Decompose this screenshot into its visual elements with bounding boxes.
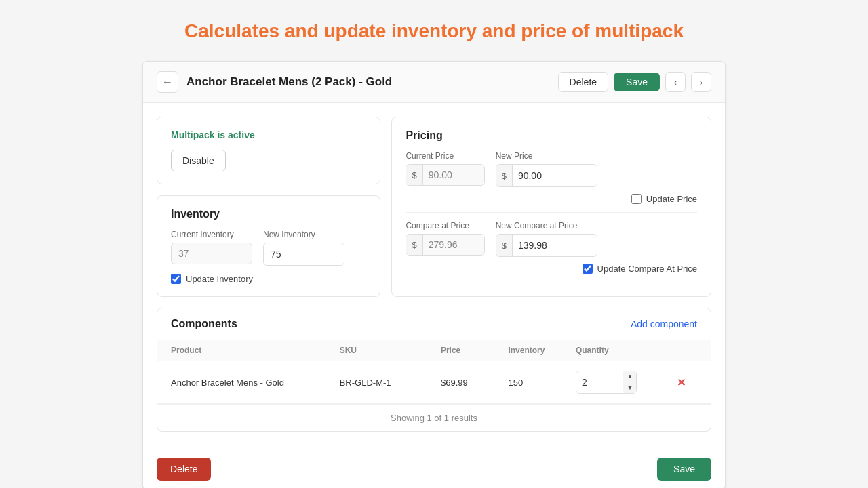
current-inventory-input: [171, 243, 252, 264]
current-inventory-label: Current Inventory: [171, 230, 252, 239]
new-price-spinner[interactable]: $ ▲ ▼: [496, 164, 597, 187]
add-component-link[interactable]: Add component: [631, 319, 697, 329]
update-price-label: Update Price: [646, 194, 697, 204]
new-compare-price-label: New Compare at Price: [496, 221, 597, 230]
prev-nav-button[interactable]: ‹: [665, 72, 686, 92]
quantity-spinner[interactable]: ▲ ▼: [576, 371, 637, 394]
header-actions: Delete Save ‹ ›: [558, 72, 711, 92]
new-compare-currency: $: [496, 235, 513, 256]
new-compare-price-group: New Compare at Price $ ▲ ▼: [496, 221, 597, 257]
update-price-row: Update Price: [406, 194, 697, 204]
current-price-label: Current Price: [406, 151, 484, 161]
multipack-status-value: active: [228, 129, 255, 140]
row-price: $69.99: [441, 378, 508, 388]
row-product: Anchor Bracelet Mens - Gold: [171, 378, 340, 388]
new-inventory-spinner[interactable]: ▲ ▼: [263, 243, 344, 266]
quantity-input[interactable]: [576, 371, 623, 393]
quantity-spinner-buttons: ▲ ▼: [623, 371, 636, 393]
main-card: ← Anchor Bracelet Mens (2 Pack) - Gold D…: [142, 61, 726, 488]
back-icon: ←: [162, 76, 173, 88]
new-price-label: New Price: [496, 151, 597, 161]
pricing-title: Pricing: [406, 129, 697, 142]
pricing-section: Pricing Current Price $ New Price: [391, 117, 711, 297]
update-compare-label: Update Compare At Price: [597, 264, 697, 274]
card-footer: Delete Save: [143, 448, 725, 488]
table-row: Anchor Bracelet Mens - Gold BR-GLD-M-1 $…: [157, 361, 711, 404]
compare-price-group: Compare at Price $: [406, 221, 484, 257]
next-nav-button[interactable]: ›: [691, 72, 711, 92]
multipack-status: Multipack is active: [171, 129, 366, 140]
update-inventory-checkbox[interactable]: [171, 274, 181, 284]
new-price-group: New Price $ ▲ ▼: [496, 151, 597, 187]
components-title: Components: [171, 318, 237, 330]
col-actions: [677, 346, 697, 355]
price-fields-row: Current Price $ New Price $: [406, 151, 697, 187]
new-inventory-group: New Inventory ▲ ▼: [263, 230, 344, 266]
multipack-section: Multipack is active Disable: [157, 117, 380, 184]
inventory-section: Inventory Current Inventory New Inventor…: [157, 195, 380, 297]
new-price-currency: $: [496, 165, 513, 186]
header-save-button[interactable]: Save: [614, 73, 660, 92]
components-header: Components Add component: [157, 308, 711, 340]
footer-save-button[interactable]: Save: [657, 458, 711, 481]
compare-price-currency: $: [406, 235, 422, 255]
current-price-currency: $: [406, 165, 422, 185]
col-quantity: Quantity: [576, 346, 677, 355]
update-inventory-row: Update Inventory: [171, 274, 366, 284]
header-delete-button[interactable]: Delete: [558, 72, 608, 92]
col-inventory: Inventory: [508, 346, 576, 355]
current-price-group: Current Price $: [406, 151, 484, 187]
new-price-input[interactable]: [513, 165, 597, 186]
new-inventory-label: New Inventory: [263, 230, 344, 239]
back-button[interactable]: ←: [157, 71, 178, 93]
showing-results: Showing 1 of 1 results: [157, 404, 711, 431]
col-product: Product: [171, 346, 340, 355]
inventory-title: Inventory: [171, 208, 366, 220]
inventory-fields-row: Current Inventory New Inventory ▲ ▼: [171, 230, 366, 266]
row-inventory: 150: [508, 378, 576, 388]
new-inventory-input[interactable]: [264, 243, 344, 265]
multipack-status-text: Multipack is: [171, 129, 225, 140]
current-price-input-wrap: $: [406, 164, 484, 186]
remove-component-button[interactable]: ✕: [677, 376, 686, 389]
quantity-decrement-btn[interactable]: ▼: [623, 382, 637, 393]
components-section: Components Add component Product SKU Pri…: [157, 308, 711, 432]
current-inventory-group: Current Inventory: [171, 230, 252, 264]
disable-button[interactable]: Disable: [171, 150, 226, 171]
col-price: Price: [441, 346, 508, 355]
update-compare-row: Update Compare At Price: [406, 264, 697, 274]
current-price-input: [423, 165, 484, 185]
quantity-increment-btn[interactable]: ▲: [623, 371, 637, 382]
card-body: Multipack is active Disable Inventory Cu…: [143, 103, 725, 445]
table-header: Product SKU Price Inventory Quantity: [157, 340, 711, 361]
top-row: Multipack is active Disable Inventory Cu…: [157, 117, 711, 297]
card-header: ← Anchor Bracelet Mens (2 Pack) - Gold D…: [143, 62, 725, 103]
compare-price-label: Compare at Price: [406, 221, 484, 230]
col-sku: SKU: [340, 346, 441, 355]
card-product-title: Anchor Bracelet Mens (2 Pack) - Gold: [186, 75, 550, 89]
new-compare-price-spinner[interactable]: $ ▲ ▼: [496, 234, 597, 257]
page-title: Calculates and update inventory and pric…: [184, 20, 684, 42]
compare-price-input-wrap: $: [406, 234, 484, 256]
update-compare-checkbox[interactable]: [583, 264, 593, 274]
footer-delete-button[interactable]: Delete: [157, 458, 211, 481]
update-price-checkbox[interactable]: [631, 194, 642, 204]
row-remove-cell: ✕: [677, 376, 697, 389]
compare-price-input: [423, 235, 484, 255]
row-sku: BR-GLD-M-1: [340, 378, 441, 388]
row-quantity-cell: ▲ ▼: [576, 371, 677, 394]
compare-price-fields-row: Compare at Price $ New Compare at Price …: [406, 221, 697, 257]
new-compare-price-input[interactable]: [513, 235, 597, 256]
update-inventory-label: Update Inventory: [186, 274, 253, 284]
